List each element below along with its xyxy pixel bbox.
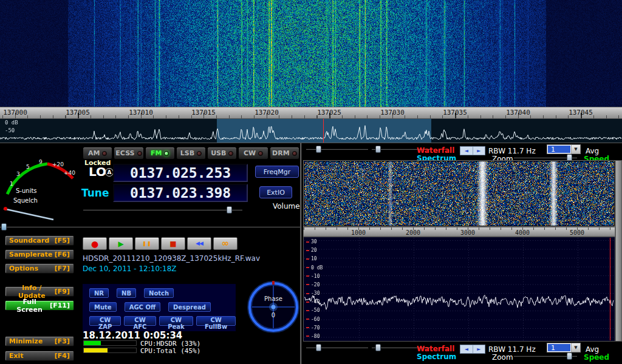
waterfall-mode-label-top[interactable]: Waterfall [417, 146, 454, 155]
dropdown-arrow-icon[interactable]: ▼ [571, 145, 580, 153]
recording-filename: HDSDR_20111210_120938Z_137025kHz_RF.wav [83, 254, 260, 263]
phase-dot [272, 305, 276, 309]
side-button-key: [F4] [55, 352, 70, 360]
options-button[interactable]: Options[F7] [5, 263, 74, 274]
rewind-button[interactable]: ◀◀ [187, 237, 211, 250]
squelch-indicator-led [4, 207, 7, 211]
spectrum-mode-label-bottom[interactable]: Spectrum [417, 352, 456, 361]
audio-frequency-scale[interactable]: 1000 2000 3000 4000 5000 [303, 227, 615, 237]
side-button-label: Minimize [9, 337, 43, 345]
mode-button-cw[interactable]: CW [238, 147, 268, 160]
info-update-button[interactable]: Info / Update[F9] [5, 286, 74, 297]
exit-button[interactable]: Exit[F4] [5, 351, 74, 361]
slider-track [0, 226, 300, 228]
mode-button-drm[interactable]: DRM [270, 147, 299, 160]
nb-button[interactable]: NB [117, 288, 136, 298]
side-button-label: Exit [9, 352, 24, 360]
frequency-scale[interactable]: 137000 137005 137010 137015 137020 13702… [0, 107, 622, 119]
minimize-button[interactable]: Minimize[F3] [5, 336, 74, 346]
mode-label: ECSS [115, 149, 134, 157]
audio-spectrum-display[interactable] [304, 238, 614, 340]
zoom-slider-handle[interactable] [567, 352, 572, 360]
volume-slider-handle[interactable] [227, 206, 232, 214]
mode-label: FM [151, 149, 162, 157]
cw-afc-button[interactable]: CW AFC [124, 316, 156, 326]
mode-button-lsb[interactable]: LSB [176, 147, 206, 160]
slider-handle[interactable] [316, 344, 321, 351]
slider-handle[interactable] [375, 344, 381, 351]
pan-left-button[interactable]: ◄ [460, 345, 473, 353]
freqmgr-button[interactable]: FreqMgr [255, 166, 299, 178]
despread-button[interactable]: Despread [168, 302, 211, 312]
audio-waterfall-display[interactable] [304, 161, 614, 226]
mode-label: LSB [180, 149, 194, 157]
lo-mode-badge[interactable]: A [105, 168, 114, 177]
panel-splitter-slider[interactable] [0, 223, 300, 231]
soundcard-button[interactable]: Soundcard[F5] [5, 235, 74, 246]
slider-track [306, 148, 368, 150]
samplerate-button[interactable]: Samplerate[F6] [5, 249, 74, 260]
main-waterfall-display[interactable] [0, 0, 622, 107]
mode-label: CW [244, 149, 256, 157]
spectrum-db-low-label: -50 [5, 127, 15, 133]
fullscreen-button[interactable]: Full Screen[F11] [5, 300, 74, 311]
stop-button[interactable]: ■ [161, 237, 185, 250]
agc-button[interactable]: AGC Off [125, 302, 160, 312]
cw-peak-button[interactable]: CW Peak [159, 316, 194, 326]
cw-fullbw-button[interactable]: CW FullBw [196, 316, 236, 326]
frequency-scale-label: 137000 [3, 109, 27, 116]
cpu-total-fill [84, 348, 108, 352]
extio-button[interactable]: ExtIO [259, 186, 292, 198]
audio-scale-label: 2000 [406, 229, 420, 236]
avg-select-bottom[interactable]: 1 ▼ [547, 343, 581, 352]
audio-scale-label: 3000 [460, 229, 475, 236]
slider-handle[interactable] [375, 146, 381, 153]
transport-controls: ● ▶ ❚❚ ■ ◀◀ ∞ [83, 237, 238, 250]
audio-scale-label: 5000 [570, 229, 584, 236]
tune-frequency-display[interactable]: 0137.023.398 [113, 184, 248, 202]
panel-divider [0, 143, 622, 143]
zoom-slider-bottom[interactable] [514, 352, 577, 360]
mode-label: DRM [272, 149, 290, 157]
dropdown-arrow-icon[interactable]: ▼ [571, 343, 580, 352]
cw-zap-button[interactable]: CW ZAP [89, 316, 121, 326]
main-spectrum-canvas[interactable] [0, 119, 622, 143]
pause-button[interactable]: ❚❚ [135, 237, 159, 250]
play-button[interactable]: ▶ [109, 237, 133, 250]
play-icon: ▶ [118, 240, 123, 248]
frequency-scale-label: 137005 [66, 109, 90, 116]
splitter-handle[interactable] [1, 223, 7, 231]
frequency-scale-label: 137015 [191, 109, 216, 116]
mute-button[interactable]: Mute [89, 302, 117, 312]
record-button[interactable]: ● [83, 237, 107, 250]
mode-button-ecss[interactable]: ECSS [114, 147, 143, 160]
volume-slider[interactable] [83, 206, 242, 214]
mode-label: USB [211, 149, 226, 157]
nr-button[interactable]: NR [89, 288, 109, 298]
side-button-label: Options [9, 265, 38, 272]
volume-label: Volume [273, 202, 300, 211]
mode-led-icon [228, 151, 233, 156]
main-spectrum-display[interactable]: 0 dB -50 [0, 119, 622, 143]
lo-frequency-display[interactable]: 0137.025.253 [113, 164, 248, 182]
slider-handle[interactable] [316, 146, 321, 153]
mode-button-fm[interactable]: FM [145, 147, 175, 160]
tune-label: Tune [81, 187, 109, 199]
mode-label: AM [88, 149, 100, 157]
loop-button[interactable]: ∞ [213, 237, 238, 250]
mode-button-usb[interactable]: USB [207, 147, 237, 160]
waterfall-brightness-slider[interactable] [306, 146, 368, 153]
phase-value: 0 [272, 312, 275, 318]
waterfall-mode-label-bottom[interactable]: Waterfall [417, 345, 454, 353]
pan-left-button[interactable]: ◄ [460, 147, 473, 155]
waterfall-brightness-slider-bottom[interactable] [306, 344, 368, 351]
cpu-hdsdr-fill [84, 341, 101, 345]
side-button-key: [F7] [55, 265, 70, 272]
frequency-scale-label: 137020 [255, 109, 279, 116]
pan-arrows-top: ◄ ► [460, 146, 485, 155]
pan-right-button[interactable]: ► [473, 345, 485, 353]
pan-right-button[interactable]: ► [473, 147, 485, 155]
avg-select[interactable]: 1 ▼ [547, 144, 581, 154]
mode-button-am[interactable]: AM [83, 147, 112, 160]
notch-button[interactable]: Notch [144, 288, 174, 298]
